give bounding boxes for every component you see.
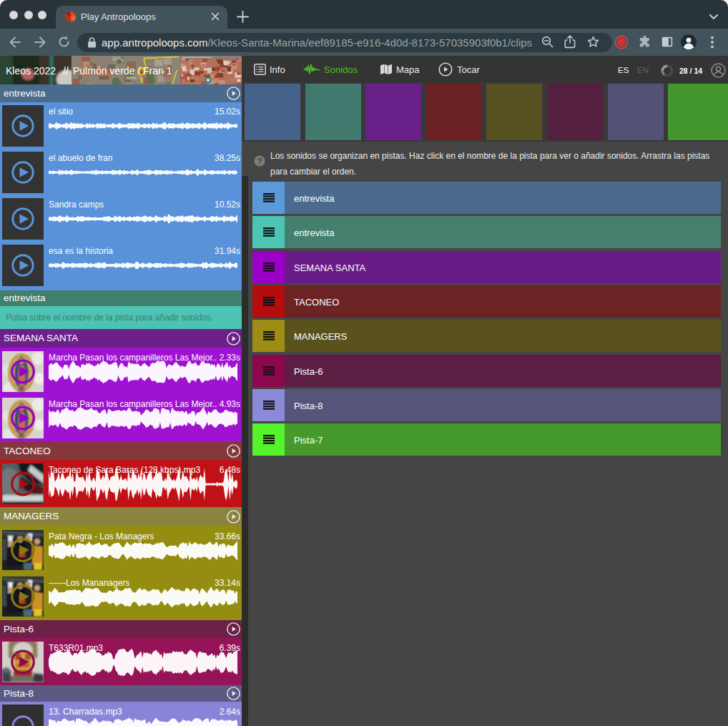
svg-text:?: ? [257, 157, 262, 165]
